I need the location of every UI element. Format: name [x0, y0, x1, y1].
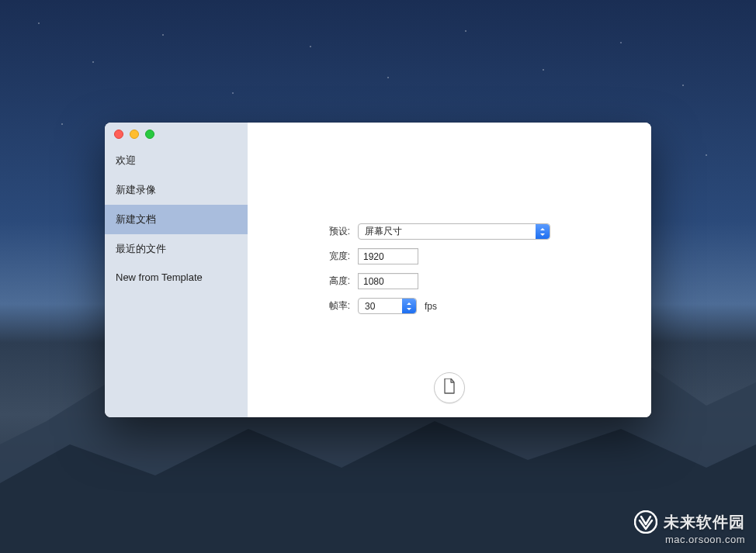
window-controls — [105, 123, 248, 146]
watermark: 未来软件园 mac.orsoon.com — [634, 510, 745, 545]
sidebar-item-label: 最近的文件 — [116, 243, 166, 254]
watermark-title: 未来软件园 — [664, 512, 745, 533]
create-document-button[interactable] — [434, 372, 465, 403]
sidebar-item-recent-files[interactable]: 最近的文件 — [105, 234, 248, 264]
chevron-up-down-icon — [536, 224, 550, 239]
sidebar-item-new-from-template[interactable]: New from Template — [105, 264, 248, 291]
row-width: 宽度: — [248, 248, 651, 264]
row-fps: 帧率: 30 fps — [248, 298, 651, 314]
preset-value: 屏幕尺寸 — [365, 225, 402, 238]
fps-unit: fps — [425, 301, 437, 312]
dialog-window: 欢迎 新建录像 新建文档 最近的文件 New from Template 预设:… — [105, 123, 651, 417]
width-input[interactable] — [358, 248, 418, 264]
watermark-url: mac.orsoon.com — [634, 534, 745, 545]
zoom-window-button[interactable] — [145, 130, 154, 139]
sidebar-item-label: 新建录像 — [116, 184, 156, 195]
height-input[interactable] — [358, 273, 418, 289]
desktop-background: 欢迎 新建录像 新建文档 最近的文件 New from Template 预设:… — [0, 0, 756, 553]
sidebar-item-new-recording[interactable]: 新建录像 — [105, 175, 248, 205]
document-icon — [443, 378, 456, 397]
preset-select[interactable]: 屏幕尺寸 — [358, 223, 550, 240]
close-window-button[interactable] — [114, 130, 123, 139]
row-height: 高度: — [248, 273, 651, 289]
fps-label: 帧率: — [248, 299, 350, 313]
height-label: 高度: — [248, 275, 350, 288]
sidebar: 欢迎 新建录像 新建文档 最近的文件 New from Template — [105, 123, 248, 417]
sidebar-item-welcome[interactable]: 欢迎 — [105, 146, 248, 175]
width-label: 宽度: — [248, 250, 350, 263]
sidebar-item-new-document[interactable]: 新建文档 — [105, 205, 248, 234]
sidebar-item-label: 新建文档 — [116, 213, 156, 225]
minimize-window-button[interactable] — [130, 130, 139, 139]
content-pane: 预设: 屏幕尺寸 宽度: 高度: — [248, 123, 651, 417]
fps-value: 30 — [365, 301, 375, 312]
row-preset: 预设: 屏幕尺寸 — [248, 223, 651, 240]
chevron-up-down-icon — [402, 299, 416, 313]
fps-select[interactable]: 30 — [358, 298, 417, 314]
new-document-form: 预设: 屏幕尺寸 宽度: 高度: — [248, 223, 651, 314]
sidebar-item-label: 欢迎 — [116, 154, 136, 166]
sidebar-item-label: New from Template — [116, 271, 203, 283]
preset-label: 预设: — [248, 225, 350, 238]
watermark-logo-icon — [634, 510, 657, 534]
